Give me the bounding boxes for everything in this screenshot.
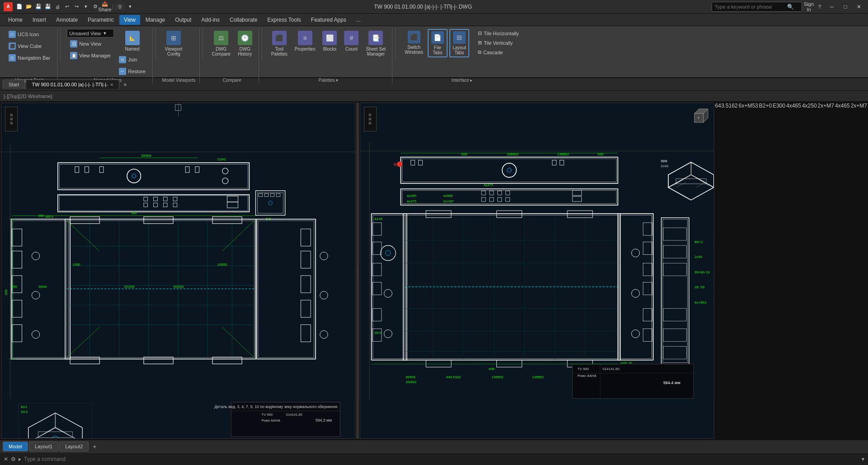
menu-annotate[interactable]: Annotate <box>52 15 82 25</box>
menu-more[interactable]: ... <box>352 15 365 25</box>
print-button[interactable]: 🖨 <box>53 3 61 11</box>
sign-in-button[interactable]: Sign In <box>805 3 813 11</box>
save-button[interactable]: 💾 <box>34 3 42 11</box>
properties-button[interactable]: ≡ Properties <box>292 29 318 53</box>
qat-more-button[interactable]: ▾ <box>82 3 90 11</box>
view-manager-button[interactable]: 📋 View Manager <box>67 50 114 61</box>
file-tabs-button[interactable]: 📄 File Tabs <box>428 29 448 57</box>
menu-addins[interactable]: Add-ins <box>197 15 224 25</box>
viewport-tools-col: ⊡ UCS Icon ⬛ View Cube ⊞ Navigation Bar <box>5 29 53 63</box>
named-views-button[interactable]: 📐 Named <box>116 29 149 53</box>
count-icon: # <box>344 31 359 45</box>
viewports: ⊞⊞⊞ <box>0 102 868 440</box>
search-box[interactable]: 🔍 <box>712 2 802 12</box>
blocks-button[interactable]: ⬜ Blocks <box>320 29 340 53</box>
command-line: ✕ ⚙ ▸ ▾ <box>0 452 868 465</box>
help-button[interactable]: ? <box>816 3 824 11</box>
svg-text:4x265: 4x265 <box>407 194 417 198</box>
menu-insert[interactable]: Insert <box>28 15 51 25</box>
tile-vertically-button[interactable]: ⊞ Tile Vertically <box>475 38 522 47</box>
menu-home[interactable]: Home <box>4 15 27 25</box>
cascade-icon: ⧉ <box>478 49 481 55</box>
viewport-configuration-button[interactable]: ⊞ Viewport Config <box>162 29 185 58</box>
menu-output[interactable]: Output <box>170 15 196 25</box>
switch-windows-button[interactable]: ⬛ Switch Windows <box>402 29 426 56</box>
menu-manage[interactable]: Manage <box>141 15 170 25</box>
layout-tab-layout1[interactable]: Layout1 <box>29 442 58 451</box>
ribbon-group-model-viewports-content: ⊞ Viewport Config <box>162 29 185 77</box>
svg-text:355: 355 <box>11 285 17 289</box>
add-layout-button[interactable]: + <box>90 442 99 451</box>
menu-collaborate[interactable]: Collaborate <box>225 15 262 25</box>
title-bar: A 📄 📂 💾 💾 🖨 ↩ ↪ ▾ ⚙ 📤 Share | 0 ▾ TW 900… <box>0 0 868 14</box>
maximize-button[interactable]: □ <box>840 2 851 11</box>
ribbon: ⊡ UCS Icon ⬛ View Cube ⊞ Navigation Bar … <box>0 26 868 78</box>
save-as-button[interactable]: 💾 <box>44 3 52 11</box>
svg-text:M5-9: M5-9 <box>46 215 53 219</box>
layout-tabs-icon: ⊟ <box>453 31 466 44</box>
redo-button[interactable]: ↪ <box>72 3 80 11</box>
ribbon-group-palettes-content: ⬛ Tool Palettes ≡ Properties ⬜ Blocks # … <box>269 29 389 77</box>
svg-text:09. 59: 09. 59 <box>694 285 704 289</box>
layout-tabs: Model Layout1 Layout2 + <box>0 440 868 452</box>
qat-dropdown[interactable]: ▾ <box>126 3 134 11</box>
view-cube-button[interactable]: ⬛ View Cube <box>5 41 53 52</box>
main-area: ⊞⊞⊞ <box>0 102 868 440</box>
interface-group-label: Interface ▸ <box>402 77 522 83</box>
command-chevron-icon[interactable]: ▾ <box>862 456 864 462</box>
close-button[interactable]: ✕ <box>854 2 864 11</box>
undo-button[interactable]: ↩ <box>63 3 71 11</box>
tile-horizontally-button[interactable]: ⊟ Tile Horizontally <box>475 29 522 38</box>
new-doc-tab-button[interactable]: + <box>120 80 130 89</box>
menu-express-tools[interactable]: Express Tools <box>263 15 305 25</box>
dwg-history-button[interactable]: 🕐 DWG History <box>235 29 255 58</box>
new-file-button[interactable]: 📄 <box>15 3 24 11</box>
svg-text:TV 900: TV 900 <box>577 367 589 371</box>
layout-tabs-button[interactable]: ⊟ Layout Tabs <box>449 29 469 57</box>
ucs-cube-right: ⊞⊞⊞ <box>364 107 377 132</box>
restore-button[interactable]: ↩ Restore <box>116 66 149 77</box>
viewport-label: [-][Top][2D Wireframe] <box>4 94 52 99</box>
new-view-icon: 🖼 <box>70 40 77 47</box>
doc-tab-drawing[interactable]: TW 900 01.01.00.00 |а|-|-|- |-ТП|-|- ✕ <box>26 80 119 89</box>
command-settings-icon[interactable]: ⚙ <box>11 456 16 462</box>
doc-tab-start[interactable]: Start <box>3 80 25 89</box>
ribbon-group-viewport-tools: ⊡ UCS Icon ⬛ View Cube ⊞ Navigation Bar … <box>2 28 57 84</box>
doc-tab-close[interactable]: ✕ <box>110 82 113 87</box>
layout-tab-layout2[interactable]: Layout2 <box>59 442 89 451</box>
menu-featured-apps[interactable]: Featured Apps <box>307 15 351 25</box>
cascade-button[interactable]: ⧉ Cascade <box>475 48 522 56</box>
new-view-button[interactable]: 🖼 New View <box>67 38 114 49</box>
view-dropdown[interactable]: Unsaved View ▾ <box>67 29 114 38</box>
count-button[interactable]: # Count <box>341 29 361 53</box>
dwg-compare-button[interactable]: ⚖ DWG Compare <box>209 29 233 58</box>
tool-palettes-button[interactable]: ⬛ Tool Palettes <box>269 29 290 58</box>
sheet-set-manager-button[interactable]: 📑 Sheet Set Manager <box>363 29 388 58</box>
svg-text:M4-5: M4-5 <box>374 331 382 334</box>
viewport-right[interactable]: ⊞⊞⊞ T <box>360 103 714 439</box>
layout-tab-model[interactable]: Model <box>3 442 28 451</box>
command-close-icon[interactable]: ✕ <box>4 456 8 462</box>
open-file-button[interactable]: 📂 <box>25 3 33 11</box>
svg-text:4x475: 4x475 <box>483 183 493 187</box>
join-button[interactable]: ⊞ Join <box>116 54 149 65</box>
separator-2 <box>156 28 156 60</box>
minimize-button[interactable]: ─ <box>826 2 837 11</box>
ucs-cube-left: ⊞⊞⊞ <box>5 107 18 132</box>
viewport-left[interactable]: ⊞⊞⊞ <box>1 103 355 439</box>
command-input[interactable] <box>24 456 859 462</box>
search-input[interactable] <box>715 4 787 9</box>
share-button[interactable]: 📤 Share <box>101 3 109 11</box>
menu-view[interactable]: View <box>119 15 140 25</box>
dwg-history-icon: 🕐 <box>238 31 252 45</box>
ribbon-group-compare-content: ⚖ DWG Compare 🕐 DWG History <box>209 29 255 77</box>
svg-text:G340: G340 <box>217 157 226 161</box>
menu-bar: Home Insert Annotate Parametric View Man… <box>0 14 868 26</box>
viewport-divider[interactable]: ⋮ <box>356 103 359 439</box>
ucs-icon-button[interactable]: ⊡ UCS Icon <box>5 29 53 40</box>
document-title: TW 900 01.01.00.00 [а|-|-|- |-ТП|-|-.DWG <box>134 4 712 10</box>
navigation-bar-button[interactable]: ⊞ Navigation Bar <box>5 52 53 63</box>
svg-text:355: 355 <box>38 214 44 218</box>
menu-parametric[interactable]: Parametric <box>83 15 118 25</box>
command-arrow-icon[interactable]: ▸ <box>19 456 21 462</box>
